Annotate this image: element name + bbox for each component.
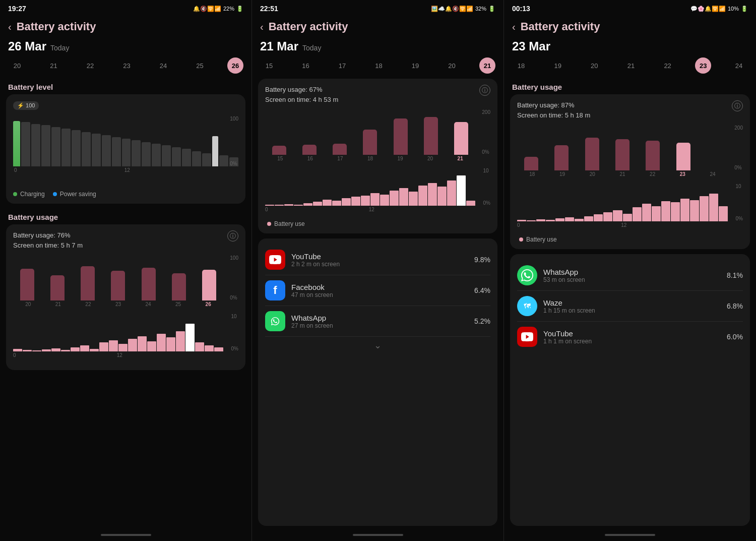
weekly-y-bottom-3: 0% xyxy=(734,165,743,170)
bar-11 xyxy=(122,139,131,166)
youtube-info-3: YouTube 1 h 1 m on screen xyxy=(543,329,721,345)
date-carousel-1[interactable]: 20 21 22 23 24 25 26 xyxy=(8,53,243,76)
date-carousel-2[interactable]: 15 16 17 18 19 20 21 xyxy=(260,53,495,76)
date-item-16[interactable]: 16 xyxy=(297,62,315,70)
app-item-youtube-3[interactable]: YouTube 1 h 1 m on screen 6.0% xyxy=(517,322,743,352)
bar-charging xyxy=(13,121,20,166)
battery-icon-2: 🔋 xyxy=(488,6,495,12)
date-item-23[interactable]: 23 xyxy=(118,62,136,70)
weekly-y-bottom-2: 0% xyxy=(482,149,490,155)
app-item-whatsapp-3[interactable]: WhatsApp 53 m on screen 8.1% xyxy=(517,260,743,291)
date-item-17[interactable]: 17 xyxy=(333,62,351,70)
dlabel-12: 12 xyxy=(117,352,122,358)
info-icon-1[interactable]: ⓘ xyxy=(227,230,238,242)
battery-use-legend-2: Battery use xyxy=(265,218,490,227)
date-carousel-3[interactable]: 18 19 20 21 22 23 24 xyxy=(512,53,748,76)
wbar-23 xyxy=(111,271,125,300)
whatsapp-pct-3: 8.1% xyxy=(727,271,743,279)
wlabel-26: 26 xyxy=(206,302,211,307)
wbar-25 xyxy=(172,273,186,300)
date-item-26-active[interactable]: 26 xyxy=(227,57,243,74)
back-button-1[interactable]: ‹ xyxy=(8,21,12,33)
wbar-21 xyxy=(50,275,65,300)
svg-point-1 xyxy=(269,315,282,328)
date-item-21[interactable]: 21 xyxy=(45,62,63,70)
bottom-indicator-3 xyxy=(605,534,655,536)
legend-label-charging: Charging xyxy=(20,191,45,198)
date-item-21-active[interactable]: 21 xyxy=(479,57,495,74)
daily-y-bottom-3: 0% xyxy=(736,216,743,221)
bar-spike xyxy=(212,136,218,166)
date-item-24[interactable]: 24 xyxy=(154,62,172,70)
weekly-x-labels-1: 20 21 22 23 24 25 26 xyxy=(13,302,238,307)
date-item-25[interactable]: 25 xyxy=(191,62,209,70)
usage-battery-pct-1: Battery usage: 76% xyxy=(13,230,83,241)
date-today-1: Today xyxy=(50,44,69,52)
bar-17 xyxy=(182,149,191,166)
battery-use-legend-3: Battery use xyxy=(517,234,743,243)
legend-powersaving: Power saving xyxy=(53,191,96,198)
battery-usage-card-3: Battery usage: 87% Screen on time: 5 h 1… xyxy=(510,94,750,249)
wlabel-21: 21 xyxy=(55,302,61,307)
youtube-name-3: YouTube xyxy=(543,329,721,338)
bar-5 xyxy=(61,129,71,166)
weekly-chart-3: 200 0% xyxy=(517,125,743,181)
weekly-y-top-2: 200 xyxy=(482,109,490,115)
battery-use-dot-2 xyxy=(267,222,271,226)
date-item-20b[interactable]: 20 xyxy=(443,62,461,70)
info-icon-2[interactable]: ⓘ xyxy=(479,85,490,96)
x-label-0: 0 xyxy=(14,167,17,173)
youtube-name-2: YouTube xyxy=(291,252,468,261)
daily-y-top-1: 10 xyxy=(231,314,238,319)
battery-usage-label-1: Battery usage xyxy=(0,209,251,224)
date-item-19b[interactable]: 19 xyxy=(549,62,567,70)
date-item-18b[interactable]: 18 xyxy=(512,62,530,70)
date-item-24b[interactable]: 24 xyxy=(730,62,748,70)
youtube-pct-2: 9.8% xyxy=(474,256,490,264)
chart-x-labels-1: 0 12 xyxy=(13,167,238,173)
app-item-youtube-2[interactable]: YouTube 2 h 2 m on screen 9.8% xyxy=(265,245,490,275)
wbar-22 xyxy=(81,266,95,300)
legend-dot-charging xyxy=(13,192,17,196)
status-time-1: 19:27 xyxy=(8,5,26,13)
usage-text-1: Battery usage: 76% Screen on time: 5 h 7… xyxy=(13,230,83,250)
app-item-facebook-2[interactable]: f Facebook 47 m on screen 6.4% xyxy=(265,275,490,306)
phone-panel-2: 22:51 🖼️☁️🔔🔇🛜📶 32% 🔋 ‹ Battery activity … xyxy=(252,0,504,541)
whatsapp-pct-2: 5.2% xyxy=(474,317,490,325)
waze-name-3: Waze xyxy=(543,298,721,307)
status-icons-symbols-1: 🔔🔇🛜📶 xyxy=(193,6,221,12)
back-button-2[interactable]: ‹ xyxy=(260,21,264,33)
back-button-3[interactable]: ‹ xyxy=(512,21,516,33)
youtube-info-2: YouTube 2 h 2 m on screen xyxy=(291,252,468,268)
date-section-1: 26 Mar Today 20 21 22 23 24 25 26 xyxy=(0,37,251,79)
bottom-bar-2 xyxy=(252,531,503,541)
app-list-card-2: YouTube 2 h 2 m on screen 9.8% f Faceboo… xyxy=(258,238,497,526)
status-time-2: 22:51 xyxy=(260,5,278,13)
bar-6 xyxy=(72,130,81,166)
daily-y-top-2: 10 xyxy=(483,168,490,173)
date-item-22[interactable]: 22 xyxy=(81,62,99,70)
bar-1 xyxy=(21,122,30,166)
date-item-20c[interactable]: 20 xyxy=(585,62,603,70)
app-item-waze-3[interactable]: 🗺 Waze 1 h 15 m on screen 6.8% xyxy=(517,291,743,322)
facebook-name-2: Facebook xyxy=(291,283,468,291)
app-item-whatsapp-2[interactable]: WhatsApp 27 m on screen 5.2% xyxy=(265,306,490,337)
date-item-18[interactable]: 18 xyxy=(370,62,388,70)
battery-usage-card-1: Battery usage: 76% Screen on time: 5 h 7… xyxy=(6,224,245,370)
date-item-20[interactable]: 20 xyxy=(8,62,26,70)
date-item-22b[interactable]: 22 xyxy=(659,62,677,70)
date-item-19[interactable]: 19 xyxy=(406,62,424,70)
usage-info-row-1: Battery usage: 76% Screen on time: 5 h 7… xyxy=(13,230,238,250)
status-icons-1: 🔔🔇🛜📶 22% 🔋 xyxy=(193,6,243,12)
info-icon-3[interactable]: ⓘ xyxy=(732,100,743,111)
bottom-bar-3 xyxy=(504,531,756,541)
page-header-1: ‹ Battery activity xyxy=(0,15,251,37)
date-item-15[interactable]: 15 xyxy=(260,62,278,70)
bar-12 xyxy=(132,140,141,166)
bar-8 xyxy=(92,134,101,166)
wlabel-23: 23 xyxy=(115,302,121,307)
date-item-23-active[interactable]: 23 xyxy=(695,57,711,74)
waze-pct-3: 6.8% xyxy=(727,302,743,310)
date-item-21b[interactable]: 21 xyxy=(622,62,640,70)
status-battery-3: 10% xyxy=(728,6,739,12)
